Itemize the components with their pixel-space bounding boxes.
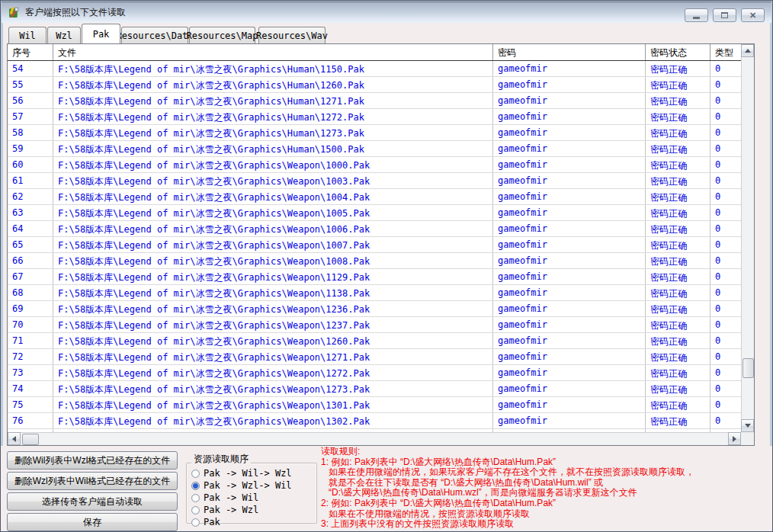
save-button[interactable]: 保存	[7, 513, 178, 531]
table-row[interactable]: 58 F:\58版本库\Legend of mir\冰雪之夜\Graphics\…	[8, 125, 741, 141]
column-header-type[interactable]: 类型	[710, 44, 741, 60]
auto-read-client-button[interactable]: 选择传奇客户端自动读取	[7, 492, 178, 511]
cell-password: gameofmir	[493, 253, 646, 268]
cell-type: 0	[710, 93, 741, 108]
cell-no: 56	[8, 93, 53, 108]
cell-type: 0	[710, 397, 741, 412]
tab-resources-map[interactable]: Resources\Map	[189, 27, 255, 43]
table-row[interactable]: 66 F:\58版本库\Legend of mir\冰雪之夜\Graphics\…	[8, 253, 741, 269]
radio-icon	[191, 518, 200, 527]
table-row[interactable]: 70 F:\58版本库\Legend of mir\冰雪之夜\Graphics\…	[8, 317, 741, 333]
cell-file: F:\58版本库\Legend of mir\冰雪之夜\Graphics\Wea…	[53, 333, 493, 348]
cell-file: F:\58版本库\Legend of mir\冰雪之夜\Graphics\Hum…	[53, 109, 493, 124]
tab-resources-data[interactable]: Resources\Data	[121, 27, 188, 43]
cell-file: F:\58版本库\Legend of mir\冰雪之夜\Graphics\Wea…	[53, 301, 493, 316]
cell-status: 密码正确	[646, 141, 710, 156]
table-row[interactable]: 60 F:\58版本库\Legend of mir\冰雪之夜\Graphics\…	[8, 157, 741, 173]
tab-pak[interactable]: Pak	[82, 24, 120, 43]
cell-status: 密码正确	[646, 317, 710, 332]
tab-wil[interactable]: Wil	[8, 27, 47, 43]
table-row[interactable]: 62 F:\58版本库\Legend of mir\冰雪之夜\Graphics\…	[8, 189, 741, 205]
table-row[interactable]: 76 F:\58版本库\Legend of mir\冰雪之夜\Graphics\…	[8, 413, 741, 429]
table-row[interactable]: 65 F:\58版本库\Legend of mir\冰雪之夜\Graphics\…	[8, 237, 741, 253]
table-row[interactable]: 69 F:\58版本库\Legend of mir\冰雪之夜\Graphics\…	[8, 301, 741, 317]
vertical-scrollbar[interactable]	[741, 44, 754, 432]
scroll-right-button[interactable]	[728, 432, 741, 445]
table-row[interactable]: 55 F:\58版本库\Legend of mir\冰雪之夜\Graphics\…	[8, 77, 741, 93]
cell-file: F:\58版本库\Legend of mir\冰雪之夜\Graphics\Wea…	[53, 253, 493, 268]
vertical-scroll-thumb[interactable]	[743, 358, 754, 378]
tab-wzl[interactable]: Wzl	[47, 27, 81, 43]
table-row[interactable]: 71 F:\58版本库\Legend of mir\冰雪之夜\Graphics\…	[8, 333, 741, 349]
cell-status: 密码正确	[646, 397, 710, 412]
cell-status: 密码正确	[646, 349, 710, 364]
cell-type: 0	[710, 285, 741, 300]
scroll-left-button[interactable]	[8, 432, 21, 445]
cell-status: 密码正确	[646, 333, 710, 348]
table-row[interactable]: 54 F:\58版本库\Legend of mir\冰雪之夜\Graphics\…	[8, 61, 741, 77]
cell-no: 57	[8, 109, 53, 124]
cell-file: F:\58版本库\Legend of mir\冰雪之夜\Graphics\Wea…	[53, 157, 493, 172]
radio-label: Pak -> Wzl	[204, 505, 258, 515]
table-row[interactable]: 59 F:\58版本库\Legend of mir\冰雪之夜\Graphics\…	[8, 141, 741, 157]
read-order-option-0[interactable]: Pak -> Wil-> Wzl	[191, 468, 292, 479]
cell-type: 0	[710, 109, 741, 124]
read-order-label: 资源读取顺序	[191, 453, 251, 466]
scroll-down-button[interactable]	[741, 419, 754, 432]
cell-file: F:\58版本库\Legend of mir\冰雪之夜\Graphics\Wea…	[53, 381, 493, 396]
horizontal-scroll-thumb[interactable]	[22, 434, 39, 445]
delete-wil-duplicates-button[interactable]: 删除Wil列表中Wzl格式已经存在的文件	[7, 451, 178, 470]
cell-file: F:\58版本库\Legend of mir\冰雪之夜\Graphics\Hum…	[53, 77, 493, 92]
table-row[interactable]: 61 F:\58版本库\Legend of mir\冰雪之夜\Graphics\…	[8, 173, 741, 189]
tab-resources-wav[interactable]: Resources\Wav	[258, 27, 326, 43]
cell-password: gameofmir	[493, 157, 646, 172]
delete-wzl-duplicates-button[interactable]: 删除Wzl列表中Wil格式已经存在的文件	[7, 472, 178, 490]
table-row[interactable]: 67 F:\58版本库\Legend of mir\冰雪之夜\Graphics\…	[8, 269, 741, 285]
maximize-button[interactable]	[713, 8, 736, 22]
cell-type: 0	[710, 189, 741, 204]
maximize-icon	[721, 12, 728, 18]
table-row[interactable]: 75 F:\58版本库\Legend of mir\冰雪之夜\Graphics\…	[8, 397, 741, 413]
table-row[interactable]: 56 F:\58版本库\Legend of mir\冰雪之夜\Graphics\…	[8, 93, 741, 109]
read-rules-text: 读取规则: 1: 例如: Pak列表中 “D:\盛大网络\热血传奇\Data\H…	[321, 447, 771, 530]
radio-label: Pak -> Wil	[204, 492, 258, 503]
cell-status: 密码正确	[646, 77, 710, 92]
cell-type: 0	[710, 365, 741, 380]
table-row[interactable]: 57 F:\58版本库\Legend of mir\冰雪之夜\Graphics\…	[8, 109, 741, 125]
cell-type: 0	[710, 157, 741, 172]
read-order-option-3[interactable]: Pak -> Wzl	[191, 505, 258, 515]
table-row[interactable]: 73 F:\58版本库\Legend of mir\冰雪之夜\Graphics\…	[8, 365, 741, 381]
cell-status: 密码正确	[646, 221, 710, 236]
close-button[interactable]: ✕	[741, 8, 765, 22]
cell-status: 密码正确	[646, 109, 710, 124]
cell-file: F:\58版本库\Legend of mir\冰雪之夜\Graphics\Wea…	[53, 317, 493, 332]
scroll-up-button[interactable]	[741, 44, 754, 57]
cell-password: gameofmir	[493, 109, 646, 124]
titlebar[interactable]: 客户端按照以下文件读取 ✕	[2, 2, 771, 23]
table-row[interactable]: 72 F:\58版本库\Legend of mir\冰雪之夜\Graphics\…	[8, 349, 741, 365]
column-header-no[interactable]: 序号	[8, 44, 53, 60]
cell-type: 0	[710, 77, 741, 92]
cell-type: 0	[710, 221, 741, 236]
read-order-option-4[interactable]: Pak	[191, 517, 220, 527]
cell-type: 0	[710, 253, 741, 268]
cell-no: 55	[8, 77, 53, 92]
radio-icon	[191, 482, 200, 490]
table-row[interactable]: 74 F:\58版本库\Legend of mir\冰雪之夜\Graphics\…	[8, 381, 741, 397]
table-row[interactable]: 63 F:\58版本库\Legend of mir\冰雪之夜\Graphics\…	[8, 205, 741, 221]
column-header-password[interactable]: 密码	[493, 44, 646, 60]
cell-password: gameofmir	[493, 301, 646, 316]
minimize-button[interactable]	[685, 8, 708, 22]
read-order-option-1[interactable]: Pak -> Wzl-> Wil	[191, 480, 292, 491]
read-order-option-2[interactable]: Pak -> Wil	[191, 492, 258, 503]
column-header-file[interactable]: 文件	[53, 44, 493, 60]
cell-password: gameofmir	[493, 221, 646, 236]
cell-password: gameofmir	[493, 61, 646, 76]
cell-status: 密码正确	[646, 381, 710, 396]
cell-file: F:\58版本库\Legend of mir\冰雪之夜\Graphics\Wea…	[53, 365, 493, 380]
table-row[interactable]: 64 F:\58版本库\Legend of mir\冰雪之夜\Graphics\…	[8, 221, 741, 237]
column-header-status[interactable]: 密码状态	[646, 44, 710, 60]
cell-file: F:\58版本库\Legend of mir\冰雪之夜\Graphics\Wea…	[53, 285, 493, 300]
horizontal-scrollbar[interactable]	[8, 432, 741, 445]
table-row[interactable]: 68 F:\58版本库\Legend of mir\冰雪之夜\Graphics\…	[8, 285, 741, 301]
